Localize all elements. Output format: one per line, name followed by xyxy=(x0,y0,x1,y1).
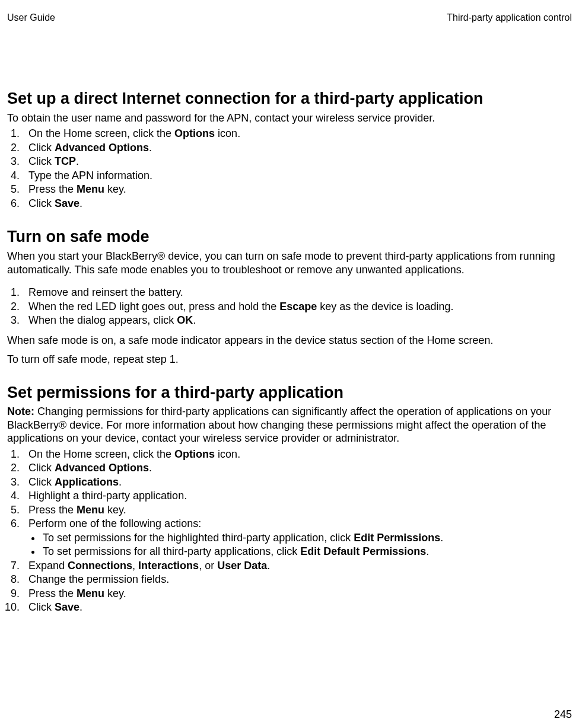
s3-step7: Expand Connections, Interactions, or Use… xyxy=(23,559,572,573)
page-number: 245 xyxy=(554,708,572,721)
header-right: Third-party application control xyxy=(447,12,572,24)
s1-step2: Click Advanced Options. xyxy=(23,141,572,155)
s1-step6: Click Save. xyxy=(23,197,572,210)
s2-step2: When the red LED light goes out, press a… xyxy=(23,300,572,314)
s3-step10: Click Save. xyxy=(23,601,572,614)
s3-bullet1: To set permissions for the highlighted t… xyxy=(42,531,572,545)
section-title-direct-connection: Set up a direct Internet connection for … xyxy=(7,89,572,109)
section-title-safe-mode: Turn on safe mode xyxy=(7,227,572,247)
s2-step3: When the dialog appears, click OK. xyxy=(23,314,572,327)
s3-step1: On the Home screen, click the Options ic… xyxy=(23,448,572,461)
s1-step1: On the Home screen, click the Options ic… xyxy=(23,127,572,141)
s3-step5: Press the Menu key. xyxy=(23,503,572,517)
note-label: Note: xyxy=(7,405,34,417)
section3-steps: On the Home screen, click the Options ic… xyxy=(7,448,572,614)
note-body: Changing permissions for third-party app… xyxy=(7,405,551,444)
s3-step8: Change the permission fields. xyxy=(23,573,572,586)
section1-intro: To obtain the user name and password for… xyxy=(7,111,572,125)
s3-bullet2: To set permissions for all third-party a… xyxy=(42,545,572,558)
s1-step4: Type the APN information. xyxy=(23,169,572,183)
page-header: User Guide Third-party application contr… xyxy=(7,12,572,24)
s3-step2: Click Advanced Options. xyxy=(23,461,572,475)
page: User Guide Third-party application contr… xyxy=(0,0,579,728)
section2-steps: Remove and reinsert the battery. When th… xyxy=(7,286,572,327)
s1-step3: Click TCP. xyxy=(23,155,572,168)
section1-steps: On the Home screen, click the Options ic… xyxy=(7,127,572,210)
section-title-set-permissions: Set permissions for a third-party applic… xyxy=(7,383,572,403)
s3-step6-bullets: To set permissions for the highlighted t… xyxy=(28,531,572,558)
s3-step9: Press the Menu key. xyxy=(23,587,572,601)
s3-step4: Highlight a third-party application. xyxy=(23,489,572,503)
s1-step5: Press the Menu key. xyxy=(23,183,572,196)
section3-note: Note: Changing permissions for third-par… xyxy=(7,405,572,445)
section2-intro: When you start your BlackBerry® device, … xyxy=(7,250,572,276)
s3-step6: Perform one of the following actions: To… xyxy=(23,517,572,558)
s2-after2: To turn off safe mode, repeat step 1. xyxy=(7,353,572,366)
s3-step3: Click Applications. xyxy=(23,475,572,489)
s2-step1: Remove and reinsert the battery. xyxy=(23,286,572,299)
s2-after1: When safe mode is on, a safe mode indica… xyxy=(7,334,572,347)
header-left: User Guide xyxy=(7,12,55,24)
